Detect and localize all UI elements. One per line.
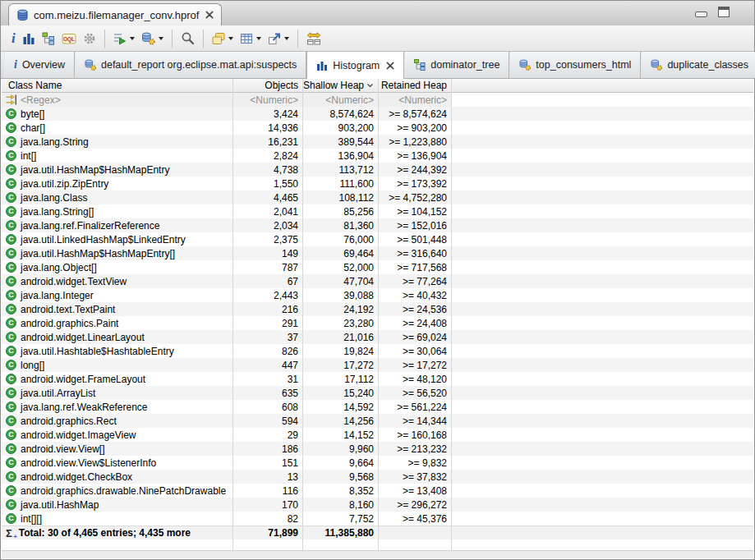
- group-by-button[interactable]: [209, 28, 237, 49]
- column-divider[interactable]: [302, 79, 303, 550]
- run-expert-report-button[interactable]: [110, 28, 138, 49]
- table-options-button[interactable]: [237, 28, 265, 49]
- cell-class-name: Candroid.widget.FrameLayout: [2, 374, 232, 385]
- column-header-retained-heap[interactable]: Retained Heap: [378, 80, 451, 91]
- cell-class-name: Cjava.lang.String: [2, 136, 232, 148]
- window-bottom-edge: [2, 550, 753, 558]
- oql-label: OQL: [63, 36, 75, 43]
- tab-default-report-org-eclipse-mat-api-suspects[interactable]: default_report org.eclipse.mat.api:suspe…: [75, 52, 306, 78]
- dropdown-arrow-icon[interactable]: [130, 37, 135, 40]
- search-button[interactable]: [177, 28, 198, 49]
- oql-button[interactable]: OQL: [58, 28, 80, 49]
- column-header-objects[interactable]: Objects: [232, 80, 302, 91]
- cell-class-name: Cchar[]: [2, 122, 232, 134]
- cell-objects: 4,465: [232, 192, 302, 204]
- compare-tables-button[interactable]: [303, 28, 325, 49]
- export-icon: [268, 32, 281, 45]
- objects-filter-field[interactable]: <Numeric>: [232, 93, 302, 107]
- class-name-text: android.text.TextPaint: [21, 304, 115, 315]
- cell-objects: 2,824: [232, 150, 302, 162]
- report-icon: [651, 59, 662, 71]
- toolbar-separator: [104, 30, 105, 48]
- class-name-text: java.lang.ref.FinalizerReference: [21, 220, 159, 232]
- settings-gear-button[interactable]: [80, 28, 99, 49]
- cell-class-name: Cjava.lang.ref.WeakReference: [2, 402, 232, 413]
- class-name-text: java.lang.Integer: [21, 290, 94, 301]
- cell-shallow-heap: 389,544: [302, 136, 378, 148]
- column-header-class-name[interactable]: Class Name: [2, 80, 232, 91]
- info-button[interactable]: i: [8, 28, 19, 49]
- cell-retained-heap: >= 1,223,880: [378, 136, 451, 148]
- cell-objects: 82: [232, 513, 302, 525]
- dropdown-arrow-icon[interactable]: [228, 37, 233, 40]
- cell-class-name: Candroid.widget.LinearLayout: [2, 332, 232, 343]
- close-icon[interactable]: [386, 62, 394, 70]
- dropdown-arrow-icon[interactable]: [256, 37, 261, 40]
- retained-heap-filter-field[interactable]: <Numeric>: [378, 93, 451, 107]
- export-button[interactable]: [265, 28, 292, 49]
- class-icon: C: [6, 136, 16, 147]
- column-header-shallow-heap[interactable]: Shallow Heap: [302, 80, 378, 91]
- tab-label: dominator_tree: [430, 59, 499, 71]
- tab-dominator-tree[interactable]: dominator_tree: [404, 52, 509, 78]
- cell-objects: 149: [232, 248, 302, 259]
- class-name-text: android.widget.LinearLayout: [21, 332, 145, 343]
- cell-objects: 3,424: [232, 108, 302, 120]
- dropdown-arrow-icon[interactable]: [159, 37, 163, 40]
- tab-duplicate-classes[interactable]: duplicate_classes: [641, 52, 755, 78]
- cell-shallow-heap: 47,704: [302, 276, 378, 287]
- class-name-text: long[]: [21, 360, 44, 371]
- cell-shallow-heap: 17,272: [302, 360, 378, 371]
- query-browser-button[interactable]: [138, 28, 167, 49]
- minimize-button[interactable]: [695, 11, 707, 17]
- maximize-button[interactable]: [718, 7, 730, 17]
- column-divider[interactable]: [451, 79, 452, 550]
- cell-objects: 67: [232, 276, 302, 287]
- cell-objects: 186: [232, 443, 302, 455]
- cell-class-name: Cjava.util.Hashtable$HashtableEntry: [2, 346, 232, 357]
- column-divider[interactable]: [378, 79, 379, 550]
- cell-shallow-heap: 8,574,624: [302, 108, 378, 120]
- tab-label: Histogram: [333, 60, 380, 71]
- class-icon: C: [6, 346, 16, 356]
- histogram-icon: [22, 32, 35, 45]
- cell-retained-heap: >= 213,232: [378, 443, 451, 455]
- class-icon: C: [6, 457, 16, 468]
- cell-objects: 16,231: [232, 136, 302, 148]
- cell-class-name: Candroid.widget.ImageView: [2, 429, 232, 441]
- tab-label: duplicate_classes: [667, 59, 748, 71]
- histogram-button[interactable]: [19, 28, 39, 49]
- cell-retained-heap: >= 24,536: [378, 304, 451, 315]
- class-name-text: android.graphics.Rect: [21, 415, 117, 427]
- close-icon[interactable]: [205, 11, 214, 19]
- cell-objects: 2,443: [232, 290, 302, 301]
- editor-tab-hprof[interactable]: com.meizu.filemanager_conv.hprof: [8, 3, 222, 25]
- cell-objects: 13: [232, 471, 302, 483]
- tab-histogram[interactable]: Histogram: [306, 52, 404, 79]
- dominator-tree-icon: [414, 59, 426, 71]
- class-icon: C: [6, 388, 16, 398]
- regex-filter-placeholder: <Regex>: [21, 94, 61, 106]
- cell-shallow-heap: 9,960: [302, 443, 378, 455]
- tab-top-consumers-html[interactable]: top_consumers_html: [509, 52, 641, 78]
- histogram-icon: [316, 60, 328, 71]
- column-divider[interactable]: [232, 79, 233, 550]
- cell-retained-heap: >= 173,392: [378, 178, 451, 190]
- cell-objects: 447: [232, 360, 302, 371]
- cell-retained-heap: >= 13,408: [378, 485, 451, 497]
- cell-class-name: Cjava.util.LinkedHashMap$LinkedEntry: [2, 234, 232, 246]
- cell-objects: 826: [232, 346, 302, 357]
- tab-overview[interactable]: iOverview: [4, 52, 75, 78]
- regex-filter-field[interactable]: <Regex>: [2, 93, 232, 107]
- dropdown-arrow-icon[interactable]: [284, 37, 289, 40]
- editor-tab-bar: com.meizu.filemanager_conv.hprof: [1, 1, 754, 26]
- toolbar-separator: [172, 30, 173, 48]
- dominator-tree-button[interactable]: [39, 28, 58, 49]
- class-name-text: java.lang.Class: [21, 192, 87, 204]
- shallow-heap-filter-field[interactable]: <Numeric>: [302, 93, 378, 107]
- search-icon: [181, 31, 195, 45]
- cell-total-label: Σ Total: 30 of 4,465 entries; 4,435 more: [2, 527, 232, 539]
- cell-shallow-heap: 76,000: [302, 234, 378, 246]
- run-report-icon: [113, 32, 127, 45]
- cell-objects: 4,738: [232, 164, 302, 176]
